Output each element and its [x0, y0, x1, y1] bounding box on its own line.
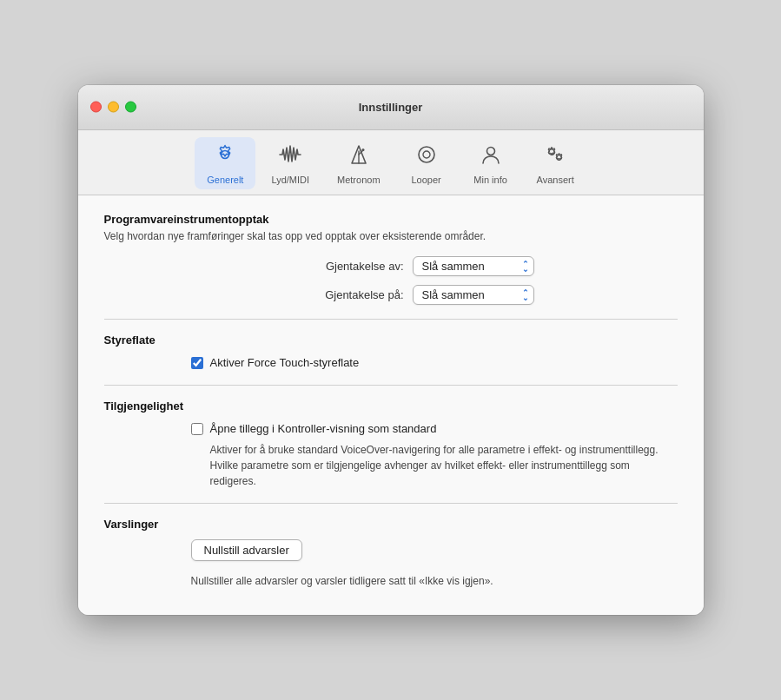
- gear-icon: [213, 142, 237, 172]
- zoom-button[interactable]: [125, 102, 136, 113]
- nullstill-desc: Nullstiller alle advarsler og varsler ti…: [191, 573, 678, 589]
- content-area: Programvareinstrumentopptak Velg hvordan…: [78, 195, 704, 616]
- section-tilgjengelighet: Tilgjengelighet Åpne tillegg i Kontrolle…: [104, 400, 678, 489]
- metronome-icon: [347, 142, 371, 172]
- programvare-desc: Velg hvordan nye framføringer skal tas o…: [104, 229, 678, 244]
- force-touch-checkbox[interactable]: [191, 357, 203, 369]
- window-title: Innstillinger: [359, 101, 423, 114]
- gjentakelse-av-label: Gjentakelse av:: [248, 260, 404, 273]
- tab-min-info[interactable]: Min info: [460, 137, 521, 189]
- looper-icon: [414, 142, 439, 172]
- waveform-icon: [278, 142, 302, 172]
- section-styreflate: Styreflate Aktiver Force Touch-styreflat…: [104, 333, 678, 371]
- person-icon: [479, 142, 503, 172]
- section-programvare: Programvareinstrumentopptak Velg hvordan…: [104, 213, 678, 305]
- svg-point-6: [486, 147, 494, 155]
- gears-icon: [543, 142, 567, 172]
- tab-lyd-midi[interactable]: Lyd/MIDI: [259, 137, 321, 189]
- svg-point-5: [423, 151, 430, 158]
- controller-visning-checkbox[interactable]: [191, 423, 203, 435]
- divider-2: [104, 385, 678, 386]
- svg-point-4: [419, 147, 434, 162]
- programvare-title: Programvareinstrumentopptak: [104, 213, 678, 226]
- force-touch-label[interactable]: Aktiver Force Touch-styreflate: [210, 355, 360, 371]
- tab-metronom[interactable]: Metronom: [325, 137, 393, 189]
- minimize-button[interactable]: [108, 102, 119, 113]
- titlebar: Innstillinger: [78, 85, 704, 130]
- force-touch-row: Aktiver Force Touch-styreflate: [191, 355, 678, 371]
- tab-looper[interactable]: Looper: [396, 137, 457, 189]
- styreflate-title: Styreflate: [104, 333, 678, 347]
- gjentakelse-av-select[interactable]: Slå sammen Erstatt Opprett nytt spor: [413, 256, 534, 276]
- controller-visning-label[interactable]: Åpne tillegg i Kontroller-visning som st…: [210, 421, 437, 437]
- varslinger-title: Varslinger: [104, 518, 678, 531]
- controller-visning-row: Åpne tillegg i Kontroller-visning som st…: [191, 421, 678, 437]
- section-varslinger: Varslinger Nullstill advarsler Nullstill…: [104, 518, 678, 589]
- close-button[interactable]: [90, 102, 102, 113]
- traffic-lights: [90, 102, 136, 113]
- tilgjengelighet-desc: Aktiver for å bruke standard VoiceOver-n…: [210, 442, 678, 489]
- tab-avansert-label: Avansert: [537, 175, 574, 185]
- gjentakelse-paa-label: Gjentakelse på:: [248, 288, 404, 301]
- gjentakelse-av-row: Gjentakelse av: Slå sammen Erstatt Oppre…: [104, 256, 678, 276]
- gjentakelse-paa-row: Gjentakelse på: Slå sammen Erstatt Oppre…: [104, 285, 678, 305]
- svg-point-3: [361, 149, 364, 151]
- tab-avansert[interactable]: Avansert: [525, 137, 586, 189]
- settings-window: Innstillinger Generelt Lyd/MIDI: [78, 85, 704, 616]
- tab-lyd-midi-label: Lyd/MIDI: [271, 175, 309, 185]
- gjentakelse-av-select-wrapper: Slå sammen Erstatt Opprett nytt spor ⌃⌄: [413, 256, 534, 276]
- tilgjengelighet-title: Tilgjengelighet: [104, 400, 678, 413]
- divider-3: [104, 503, 678, 504]
- divider-1: [104, 319, 678, 320]
- tab-generelt[interactable]: Generelt: [195, 137, 255, 189]
- tab-looper-label: Looper: [411, 175, 440, 185]
- tab-generelt-label: Generelt: [207, 175, 243, 185]
- nullstill-button[interactable]: Nullstill advarsler: [191, 539, 302, 561]
- gjentakelse-paa-select-wrapper: Slå sammen Erstatt Opprett nytt spor ⌃⌄: [413, 285, 534, 305]
- tab-metronom-label: Metronom: [337, 175, 381, 185]
- toolbar: Generelt Lyd/MIDI Metronom: [78, 130, 704, 195]
- gjentakelse-paa-select[interactable]: Slå sammen Erstatt Opprett nytt spor: [413, 285, 534, 305]
- tab-min-info-label: Min info: [473, 175, 507, 185]
